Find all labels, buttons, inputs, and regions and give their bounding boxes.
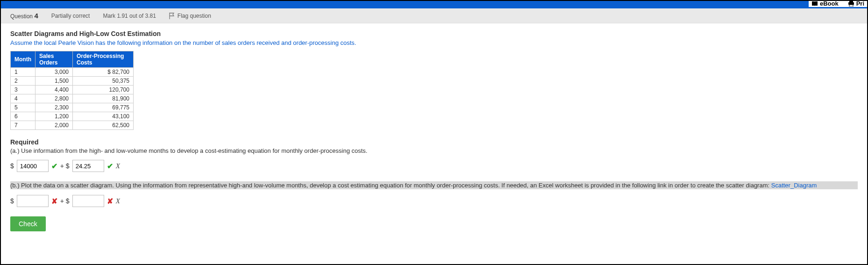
check-button[interactable]: Check: [10, 216, 46, 231]
question-label: Question: [10, 13, 33, 20]
answer-row-a: $ ✔ + $ ✔ X: [10, 160, 858, 172]
flag-question[interactable]: Flag question: [169, 13, 211, 19]
svg-rect-2: [849, 5, 853, 7]
cell-orders: 3,000: [35, 68, 72, 77]
table-row: 34,400120,700: [11, 86, 134, 94]
th-orders: Sales Orders: [35, 51, 72, 68]
data-table: Month Sales Orders Order-Processing Cost…: [10, 51, 134, 130]
cell-month: 1: [11, 68, 36, 77]
question-title: Scatter Diagrams and High-Low Cost Estim…: [10, 30, 858, 37]
print-label: Pri: [856, 0, 864, 7]
th-cost: Order-Processing Costs: [72, 51, 133, 68]
cell-month: 2: [11, 77, 36, 86]
answer-b-var[interactable]: [72, 195, 104, 207]
question-content: Scatter Diagrams and High-Low Cost Estim…: [1, 23, 867, 238]
part-b-body: (b.) Plot the data on a scatter diagram.…: [10, 182, 771, 189]
cell-month: 6: [11, 112, 36, 121]
variable-x: X: [116, 162, 120, 170]
scatter-diagram-link[interactable]: Scatter_Diagram: [771, 182, 817, 189]
table-row: 42,80081,900: [11, 94, 134, 103]
cell-cost: 120,700: [72, 86, 133, 94]
cell-orders: 1,200: [35, 112, 72, 121]
question-desc: Assume the local Pearle Vision has the f…: [10, 39, 858, 46]
question-meta-bar: Question 4 Partially correct Mark 1.91 o…: [1, 8, 867, 23]
question-number: Question 4: [10, 12, 38, 20]
check-icon: ✔: [51, 162, 57, 171]
part-a-text: (a.) Use information from the high- and …: [10, 147, 858, 154]
book-icon: [811, 1, 818, 7]
answer-a-var[interactable]: [72, 160, 104, 172]
question-mark: Mark 1.91 out of 3.81: [103, 13, 156, 19]
dollar-sign: $: [10, 162, 14, 170]
cell-month: 7: [11, 121, 36, 130]
cross-icon: ✘: [107, 197, 113, 206]
dollar-sign: $: [10, 197, 14, 205]
cell-orders: 1,500: [35, 77, 72, 86]
cell-cost: 62,500: [72, 121, 133, 130]
cell-cost: 43,100: [72, 112, 133, 121]
table-row: 72,00062,500: [11, 121, 134, 130]
cell-orders: 2,800: [35, 94, 72, 103]
cell-month: 3: [11, 86, 36, 94]
table-row: 13,000$ 82,700: [11, 68, 134, 77]
variable-x: X: [116, 197, 120, 205]
answer-b-fixed[interactable]: [17, 195, 49, 207]
flag-label: Flag question: [178, 13, 211, 19]
required-heading: Required: [10, 138, 858, 146]
top-blue-bar: eBook Pri: [1, 1, 867, 8]
part-b-text: (b.) Plot the data on a scatter diagram.…: [10, 181, 858, 189]
cell-orders: 4,400: [35, 86, 72, 94]
cell-orders: 2,000: [35, 121, 72, 130]
printer-icon: [848, 1, 854, 7]
cell-orders: 2,300: [35, 103, 72, 112]
table-row: 61,20043,100: [11, 112, 134, 121]
top-links: eBook Pri: [809, 0, 867, 7]
answer-a-fixed[interactable]: [17, 160, 49, 172]
table-row: 52,30069,775: [11, 103, 134, 112]
table-row: 21,50050,375: [11, 77, 134, 86]
cell-cost: 69,775: [72, 103, 133, 112]
ebook-label: eBook: [820, 0, 839, 7]
svg-rect-1: [848, 2, 854, 5]
plus-dollar: + $: [60, 162, 70, 170]
print-link[interactable]: Pri: [848, 0, 864, 7]
cross-icon: ✘: [51, 197, 57, 206]
th-month: Month: [11, 51, 36, 68]
flag-icon: [169, 13, 175, 19]
cell-cost: 50,375: [72, 77, 133, 86]
cell-cost: $ 82,700: [72, 68, 133, 77]
svg-rect-0: [849, 1, 853, 2]
question-num: 4: [34, 12, 38, 20]
ebook-link[interactable]: eBook: [811, 0, 839, 7]
cell-month: 5: [11, 103, 36, 112]
plus-dollar: + $: [60, 197, 70, 205]
check-icon: ✔: [107, 162, 113, 171]
answer-row-b: $ ✘ + $ ✘ X: [10, 195, 858, 207]
cell-cost: 81,900: [72, 94, 133, 103]
cell-month: 4: [11, 94, 36, 103]
question-status: Partially correct: [51, 13, 90, 19]
